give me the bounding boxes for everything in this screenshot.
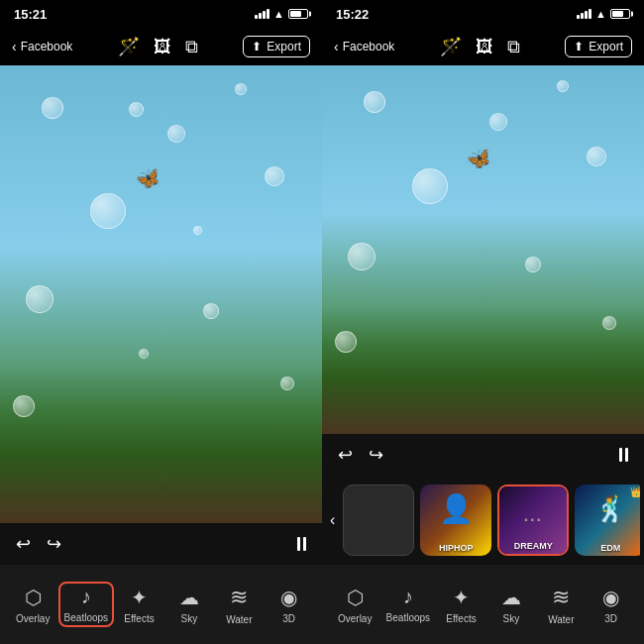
bubble-6	[26, 285, 54, 313]
threed-icon-right: ◉	[602, 586, 619, 609]
bubble-9	[13, 395, 35, 417]
status-bar-right: 15:22 ▲	[322, 0, 644, 28]
bubble-12	[129, 102, 144, 117]
export-icon: ⬆	[252, 40, 262, 54]
effects-icon: ✦	[131, 586, 148, 609]
bubble-r8	[335, 331, 357, 353]
dreamy-label: Dreamy	[499, 541, 567, 551]
back-label-right: Facebook	[343, 40, 395, 54]
bubble-11	[193, 226, 202, 235]
back-arrow-icon-right: ‹	[334, 39, 339, 54]
back-button-left[interactable]: ‹ Facebook	[12, 39, 72, 54]
edm-crown-icon: 👑	[630, 486, 640, 497]
copy-icon[interactable]: ⧉	[185, 37, 198, 57]
tool-3d[interactable]: ◉ 3D	[265, 582, 314, 628]
left-panel: 15:21 ▲ ‹ Facebook 🪄 🖼 ⧉ ⬆ Expor	[0, 0, 322, 644]
music-item-dreamy[interactable]: ··· Dreamy	[497, 484, 569, 556]
bubble-r3	[412, 168, 448, 204]
wifi-icon: ▲	[273, 8, 284, 20]
overlay-label: Overlay	[16, 613, 50, 624]
sky-label: Sky	[181, 613, 198, 624]
status-time-right: 15:22	[336, 7, 369, 22]
magic-icon[interactable]: 🪄	[118, 36, 140, 57]
music-items-list: 👤 HIPHOP ··· Dreamy 👑 🕺 EDM	[343, 484, 640, 556]
back-button-right[interactable]: ‹ Facebook	[334, 39, 394, 54]
beatloops-icon: ♪	[81, 586, 91, 608]
export-button-right[interactable]: ⬆ Export	[565, 36, 632, 57]
tool-sky-right[interactable]: ☁ Sky	[486, 582, 536, 628]
redo-icon-right[interactable]: ↪	[369, 444, 383, 466]
nav-bar-left: ‹ Facebook 🪄 🖼 ⧉ ⬆ Export	[0, 28, 322, 65]
nav-icons-left: 🪄 🖼 ⧉	[118, 36, 198, 57]
sky-label-right: Sky	[503, 613, 520, 624]
sticker-icon-right[interactable]: 🖼	[476, 37, 493, 57]
undo-icon[interactable]: ↩	[16, 533, 31, 555]
pause-button-left[interactable]	[297, 537, 306, 551]
tool-effects[interactable]: ✦ Effects	[115, 582, 164, 628]
playback-bar-right: ↩ ↪	[322, 434, 644, 476]
sky-icon: ☁	[179, 586, 199, 609]
music-item-hiphop[interactable]: 👤 HIPHOP	[420, 484, 491, 556]
status-icons-right: ▲	[577, 8, 630, 20]
threed-label: 3D	[282, 613, 295, 624]
water-label-right: Water	[548, 614, 574, 625]
dreamy-dots: ···	[524, 511, 543, 529]
tool-beatloops[interactable]: ♪ Beatloops	[58, 582, 114, 627]
music-chevron-left[interactable]: ‹	[326, 507, 339, 533]
hiphop-label: HIPHOP	[420, 543, 491, 553]
export-icon-right: ⬆	[574, 40, 584, 54]
status-time-left: 15:21	[14, 7, 47, 22]
bubble-7	[203, 303, 219, 319]
nav-bar-right: ‹ Facebook 🪄 🖼 ⧉ ⬆ Export	[322, 28, 644, 65]
status-icons-left: ▲	[255, 8, 308, 20]
music-item-edm[interactable]: 👑 🕺 EDM	[575, 484, 640, 556]
tool-water-right[interactable]: ≋ Water	[536, 581, 586, 629]
overlay-label-right: Overlay	[338, 613, 372, 624]
overlay-icon-right: ⬡	[347, 586, 364, 609]
nav-icons-right: 🪄 🖼 ⧉	[440, 36, 520, 57]
battery-icon	[288, 9, 308, 19]
redo-icon[interactable]: ↪	[47, 533, 61, 555]
battery-icon-right	[610, 9, 630, 19]
tool-overlay-right[interactable]: ⬡ Overlay	[330, 582, 379, 628]
bubble-5	[265, 166, 284, 186]
water-label: Water	[226, 614, 252, 625]
water-icon: ≋	[230, 585, 248, 610]
bubble-r6	[348, 243, 376, 270]
pause-button-right[interactable]	[619, 448, 628, 462]
music-selector: ‹ 👤 HIPHOP ··· Dreamy	[322, 476, 644, 565]
bubble-10	[280, 376, 294, 390]
playback-bar-left: ↩ ↪	[0, 523, 322, 565]
toolbar-left: ⬡ Overlay ♪ Beatloops ✦ Effects ☁ Sky ≋ …	[0, 565, 322, 644]
bubble-r9	[602, 316, 616, 330]
bubble-r5	[587, 147, 606, 166]
music-item-blank[interactable]	[343, 484, 414, 556]
tool-sky[interactable]: ☁ Sky	[164, 582, 214, 628]
status-bar-left: 15:21 ▲	[0, 0, 322, 28]
signal-icon-right	[577, 9, 591, 19]
beatloops-label-right: Beatloops	[386, 612, 430, 623]
tool-water[interactable]: ≋ Water	[214, 581, 264, 629]
toolbar-right: ⬡ Overlay ♪ Beatloops ✦ Effects ☁ Sky ≋ …	[322, 565, 644, 644]
undo-icon-right[interactable]: ↩	[338, 444, 353, 466]
right-panel: 15:22 ▲ ‹ Facebook 🪄 🖼 ⧉ ⬆ Expor	[322, 0, 644, 644]
sticker-icon[interactable]: 🖼	[154, 37, 171, 57]
tool-effects-right[interactable]: ✦ Effects	[437, 582, 486, 628]
copy-icon-right[interactable]: ⧉	[507, 37, 520, 57]
threed-label-right: 3D	[604, 613, 617, 624]
bubble-2	[167, 125, 185, 143]
tool-3d-right[interactable]: ◉ 3D	[587, 582, 636, 628]
beatloops-icon-right: ♪	[403, 586, 413, 608]
magic-icon-right[interactable]: 🪄	[440, 36, 462, 57]
export-button-left[interactable]: ⬆ Export	[243, 36, 310, 57]
effects-label: Effects	[124, 613, 154, 624]
tool-overlay[interactable]: ⬡ Overlay	[8, 582, 57, 628]
video-area-left: 🦋	[0, 65, 322, 523]
effects-icon-right: ✦	[453, 586, 470, 609]
overlay-icon: ⬡	[25, 586, 42, 609]
sky-icon-right: ☁	[501, 586, 521, 609]
wifi-icon-right: ▲	[595, 8, 606, 20]
video-area-right: 🦋	[322, 65, 644, 434]
tool-beatloops-right[interactable]: ♪ Beatloops	[380, 582, 436, 627]
edm-label: EDM	[575, 543, 640, 553]
